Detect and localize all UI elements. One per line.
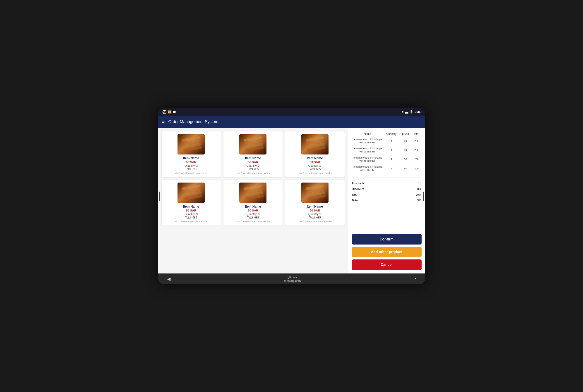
- product-card[interactable]: Item Name 50 SAR Quantity :3 Total :685 …: [162, 180, 221, 226]
- table-divider: [352, 178, 422, 178]
- product-image: [301, 134, 329, 154]
- logo-arabic: مستقل: [284, 275, 301, 279]
- status-bar: A 📶 ▾ ▄▄ 🔋 2:36: [158, 108, 425, 116]
- products-label: Products: [352, 182, 365, 185]
- time-display: 2:36: [415, 110, 420, 114]
- products-panel: Item Name 50 SAR Quantity :3 Total :685 …: [158, 128, 348, 274]
- product-price: 50 SAR: [186, 160, 196, 164]
- col-quantity: Quantity: [383, 132, 400, 136]
- product-note: i don't need tomato in my order: [298, 172, 332, 174]
- product-total: Total :685: [309, 168, 321, 171]
- row-punit: 50: [399, 136, 411, 146]
- notification-icon-signal: 📶: [168, 110, 171, 114]
- product-image: [177, 182, 205, 203]
- product-quantity: Quantity :3: [308, 213, 322, 216]
- product-price: 50 SAR: [248, 160, 258, 164]
- product-price: 50 SAR: [310, 209, 320, 212]
- cancel-button[interactable]: Cancel: [352, 260, 422, 270]
- food-image-art: [177, 134, 205, 154]
- product-price: 50 SAR: [248, 209, 258, 212]
- table-row: item name and if it is large will be lik…: [352, 155, 422, 164]
- square-button[interactable]: ▪: [414, 276, 416, 282]
- product-name: Item Name: [183, 205, 199, 208]
- wifi-icon: ▾: [402, 110, 403, 114]
- product-quantity: Quantity :3: [308, 164, 322, 168]
- logo-latin: mostaql.com: [284, 279, 301, 282]
- products-summary-row: Products 14: [352, 180, 422, 186]
- row-punit: 50: [399, 164, 411, 173]
- product-name: Item Name: [245, 205, 261, 208]
- product-price: 50 SAR: [310, 160, 320, 164]
- product-card[interactable]: Item Name 50 SAR Quantity :3 Total :685 …: [162, 132, 221, 177]
- food-image-art: [239, 134, 266, 154]
- order-panel: Name Quantity p-unit total item name and…: [348, 128, 425, 274]
- tax-value: 20%: [415, 193, 421, 196]
- status-left-icons: A 📶: [163, 110, 176, 114]
- logo: مستقل mostaql.com: [284, 275, 301, 282]
- product-quantity: Quantity :3: [246, 164, 259, 168]
- tablet-frame: A 📶 ▾ ▄▄ 🔋 2:36 ≡ Order Management Syste…: [158, 108, 425, 284]
- row-total: 200: [412, 164, 422, 173]
- col-name: Name: [352, 132, 383, 136]
- power-button: [423, 192, 424, 201]
- discount-summary-row: Discount 20%: [352, 186, 422, 192]
- product-card[interactable]: Item Name 50 SAR Quantity :3 Total :685 …: [285, 132, 344, 177]
- row-punit: 50: [399, 155, 411, 164]
- row-qty: 4: [383, 155, 400, 164]
- product-card[interactable]: Item Name 50 SAR Quantity :3 Total :685 …: [223, 132, 282, 177]
- product-name: Item Name: [307, 156, 323, 160]
- row-punit: 50: [399, 146, 411, 155]
- back-button[interactable]: ◀: [167, 276, 170, 282]
- product-name: Item Name: [307, 205, 323, 208]
- col-total: total: [412, 132, 422, 136]
- product-image: [177, 134, 205, 154]
- product-note: i don't need tomato in my order: [298, 220, 332, 223]
- bottom-bar: ◀ مستقل mostaql.com ▪: [158, 274, 425, 284]
- product-total: Total :685: [247, 216, 259, 219]
- product-card[interactable]: Item Name 50 SAR Quantity :3 Total :685 …: [223, 180, 282, 226]
- col-punit: p-unit: [399, 132, 411, 136]
- product-image: [301, 182, 329, 203]
- product-note: i don't need tomato in my order: [236, 172, 270, 174]
- product-name: Item Name: [245, 156, 261, 160]
- product-total: Total :685: [309, 216, 321, 219]
- tax-summary-row: Tax 20%: [352, 192, 422, 198]
- confirm-button[interactable]: Confirm: [352, 234, 422, 244]
- product-name: Item Name: [183, 156, 199, 160]
- row-total: 200: [412, 146, 422, 155]
- product-quantity: Quantity :3: [184, 164, 198, 168]
- product-card[interactable]: Item Name 50 SAR Quantity :3 Total :685 …: [285, 180, 344, 226]
- row-total: 200: [412, 136, 422, 146]
- main-content: Item Name 50 SAR Quantity :3 Total :685 …: [158, 128, 425, 274]
- table-header-row: Name Quantity p-unit total: [352, 132, 422, 136]
- app-title: Order Management System: [168, 120, 218, 124]
- tax-label: Tax: [352, 193, 357, 196]
- total-value: 500: [417, 198, 422, 202]
- table-row: item name and if it is large will be lik…: [352, 136, 422, 146]
- row-name: item name and if it is large will be lik…: [352, 136, 383, 146]
- food-image-art: [177, 182, 205, 203]
- product-image: [239, 134, 266, 154]
- row-qty: 4: [383, 146, 400, 155]
- volume-button: [159, 192, 160, 201]
- product-image: [239, 182, 266, 203]
- status-right-icons: ▾ ▄▄ 🔋 2:36: [402, 110, 421, 114]
- total-summary-row: Total 500: [352, 198, 422, 203]
- product-quantity: Quantity :3: [246, 213, 259, 216]
- total-label: Total: [352, 198, 359, 202]
- food-image-art: [301, 182, 329, 203]
- table-row: item name and if it is large will be lik…: [352, 164, 422, 173]
- row-name: item name and if it is large will be lik…: [352, 164, 383, 173]
- table-row: item name and if it is large will be lik…: [352, 146, 422, 155]
- product-total: Total :685: [247, 168, 259, 171]
- discount-label: Discount: [352, 187, 365, 191]
- order-summary: Products 14 Discount 20% Tax 20% Total 5…: [352, 180, 422, 203]
- product-note: i don't need tomato in my order: [236, 220, 270, 223]
- product-price: 50 SAR: [186, 209, 196, 212]
- row-name: item name and if it is large will be lik…: [352, 155, 383, 164]
- app-bar: ≡ Order Management System: [158, 116, 425, 128]
- food-image-art: [301, 134, 329, 154]
- products-value: 14: [418, 182, 421, 185]
- menu-button[interactable]: ≡: [162, 119, 165, 124]
- add-other-product-button[interactable]: Add other product: [352, 247, 422, 257]
